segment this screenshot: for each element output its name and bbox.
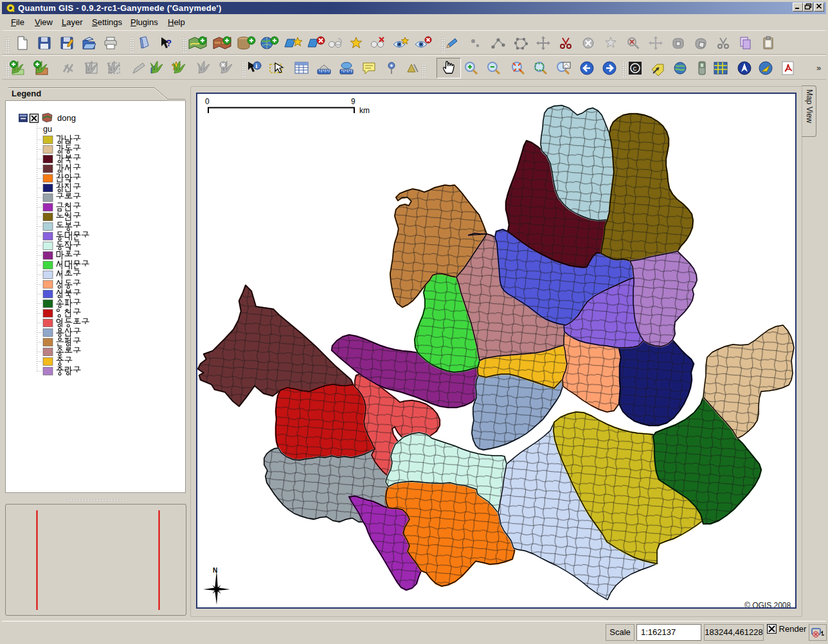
svg-text:c: c — [633, 64, 637, 72]
svg-text:9: 9 — [351, 97, 356, 106]
svg-text:© QGIS 2008: © QGIS 2008 — [744, 601, 791, 607]
svg-text:0: 0 — [205, 97, 210, 106]
svg-text:km: km — [359, 106, 370, 115]
svg-text:?: ? — [166, 37, 172, 48]
svg-text:dong: dong — [57, 113, 76, 123]
svg-text:N: N — [213, 567, 217, 574]
svg-text:i: i — [256, 62, 258, 69]
svg-text:gu: gu — [43, 125, 52, 134]
